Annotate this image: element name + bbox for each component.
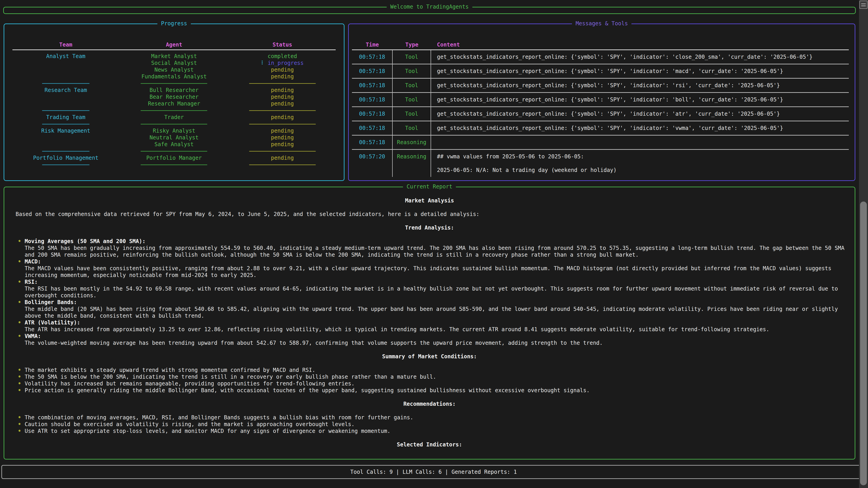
message-row: 00:57:18Toolget_stockstats_indicators_re…: [352, 121, 849, 135]
status-cell: pending: [229, 94, 336, 100]
team-separator-line: [42, 83, 90, 84]
column-header-content: Content: [431, 41, 849, 48]
bullet-term: VWMA:: [25, 333, 846, 339]
status-cell: completed: [229, 53, 336, 60]
message-content-line: get_stockstats_indicators_report_online:…: [437, 96, 846, 103]
status-cell: pending: [229, 114, 336, 121]
bullet-text: The market exhibits a steady upward tren…: [25, 367, 846, 373]
messages-panel-title: Messages & Tools: [572, 20, 631, 27]
message-content-line: get_stockstats_indicators_report_online:…: [437, 68, 846, 74]
status-separator-line: [249, 83, 316, 84]
column-header-agent: Agent: [119, 41, 229, 48]
message-row: 00:57:18Toolget_stockstats_indicators_re…: [352, 93, 849, 107]
bullet-text: The 50 SMA is below the 200 SMA, indicat…: [25, 373, 846, 380]
status-cell: pending: [229, 127, 336, 134]
message-time: 00:57:18: [352, 107, 393, 121]
team-cell: [12, 100, 119, 107]
message-type: Reasoning: [393, 150, 431, 177]
messages-table-header: Time Type Content: [352, 41, 849, 50]
agent-cell: Risky Analyst: [119, 127, 229, 134]
message-content-line: [437, 139, 846, 146]
agent-cell: Safe Analyst: [119, 141, 229, 148]
scrollbar-thumb[interactable]: [860, 201, 867, 485]
message-content: [431, 135, 849, 149]
section-separator: [12, 80, 336, 87]
agent-separator-line: [141, 164, 207, 165]
message-type: Tool: [393, 50, 431, 64]
message-time: 00:57:18: [352, 50, 393, 64]
stats-footer-panel: Tool Calls: 9 | LLM Calls: 6 | Generated…: [1, 465, 866, 479]
scrollbar-track[interactable]: [859, 0, 868, 488]
message-type: Reasoning: [393, 135, 431, 149]
team-separator-line: [42, 110, 90, 111]
progress-panel: Progress Team Agent Status Analyst TeamM…: [4, 24, 344, 181]
stats-footer-text: Tool Calls: 9 | LLM Calls: 6 | Generated…: [2, 466, 865, 478]
section-separator: [12, 121, 336, 127]
message-time: 00:57:18: [352, 93, 393, 106]
team-cell: Portfolio Management: [12, 155, 119, 161]
section-separator: [12, 107, 336, 114]
report-bullet-item: ATR (Volatility):The ATR has increased f…: [12, 319, 846, 333]
report-bullet-item: VWMA:The volume-weighted moving average …: [12, 333, 846, 346]
progress-row: Research TeamBull Researcherpending: [12, 87, 336, 94]
report-section-heading: Recommendations:: [12, 400, 846, 408]
message-content-line: 2025-06-05: N/A: Not a trading day (week…: [437, 167, 846, 173]
scrollbar-menu-icon[interactable]: [860, 1, 868, 9]
team-cell: [12, 141, 119, 148]
team-cell: [12, 134, 119, 141]
report-bullet-item: Volatility has increased but remains man…: [12, 380, 846, 387]
welcome-panel: Welcome to TradingAgents: [3, 7, 856, 14]
report-bullet-item: MACD:The MACD values have been consisten…: [12, 258, 846, 279]
message-type: Tool: [393, 93, 431, 106]
agent-cell: Market Analyst: [119, 53, 229, 60]
progress-row: Risk ManagementRisky Analystpending: [12, 127, 336, 134]
message-content: get_stockstats_indicators_report_online:…: [431, 107, 849, 121]
agent-separator-line: [141, 83, 207, 84]
column-header-status: Status: [229, 41, 336, 48]
report-bullet-list: The combination of moving averages, MACD…: [12, 414, 846, 434]
team-separator-line: [42, 124, 90, 125]
agent-cell: Bear Researcher: [119, 94, 229, 100]
message-type: Tool: [393, 107, 431, 121]
agent-separator-line: [141, 151, 207, 152]
status-cell: pending: [229, 73, 336, 80]
bullet-term: RSI:: [25, 279, 846, 285]
message-type: Tool: [393, 121, 431, 135]
team-cell: Trading Team: [12, 114, 119, 121]
team-cell: Risk Management: [12, 127, 119, 134]
message-row: 00:57:20Reasoning## vwma values from 202…: [352, 150, 849, 177]
status-cell: pending: [229, 87, 336, 94]
report-bullet-item: The market exhibits a steady upward tren…: [12, 367, 846, 373]
bullet-text: Price action is generally riding the mid…: [25, 387, 846, 394]
team-cell: Analyst Team: [12, 53, 119, 60]
progress-row: Social Analyst⠇in_progress: [12, 60, 336, 66]
message-content: get_stockstats_indicators_report_online:…: [431, 64, 849, 78]
bullet-text: The middle band (20 SMA) has been rising…: [25, 306, 846, 319]
report-bullet-item: Moving Averages (50 SMA and 200 SMA):The…: [12, 238, 846, 258]
bullet-text: The MACD values have been consistently p…: [25, 265, 846, 279]
bullet-text: Volatility has increased but remains man…: [25, 380, 846, 387]
status-cell: pending: [229, 100, 336, 107]
agent-cell: Research Manager: [119, 100, 229, 107]
message-time: 00:57:18: [352, 135, 393, 149]
status-cell: pending: [229, 141, 336, 148]
message-content: get_stockstats_indicators_report_online:…: [431, 50, 849, 64]
team-separator-line: [42, 164, 90, 165]
team-cell: [12, 94, 119, 100]
team-cell: Research Team: [12, 87, 119, 94]
team-cell: [12, 73, 119, 80]
progress-table-header: Team Agent Status: [12, 41, 336, 50]
status-cell: pending: [229, 66, 336, 73]
report-bullet-item: Price action is generally riding the mid…: [12, 387, 846, 394]
column-header-time: Time: [352, 41, 393, 48]
bullet-term: MACD:: [25, 258, 846, 265]
progress-row: Bear Researcherpending: [12, 94, 336, 100]
status-separator-line: [249, 124, 316, 125]
report-bullet-item: The combination of moving averages, MACD…: [12, 414, 846, 421]
status-separator-line: [249, 164, 316, 165]
status-separator-line: [249, 151, 316, 152]
agent-cell: Bull Researcher: [119, 87, 229, 94]
message-row: 00:57:18Toolget_stockstats_indicators_re…: [352, 107, 849, 121]
message-content: ## vwma values from 2025-05-06 to 2025-0…: [431, 150, 849, 177]
progress-row: Research Managerpending: [12, 100, 336, 107]
